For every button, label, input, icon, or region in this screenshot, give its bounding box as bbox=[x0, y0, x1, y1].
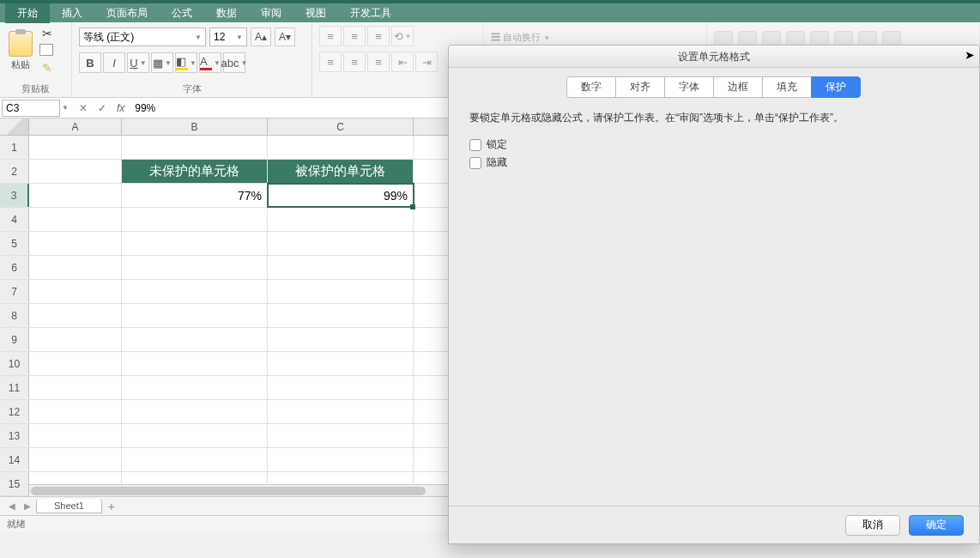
cell-a9[interactable] bbox=[29, 328, 122, 351]
cell-a7[interactable] bbox=[29, 280, 122, 303]
add-sheet-button[interactable]: + bbox=[104, 499, 119, 514]
row-header-4[interactable]: 4 bbox=[0, 208, 29, 231]
row-header-6[interactable]: 6 bbox=[0, 256, 29, 279]
row-header-8[interactable]: 8 bbox=[0, 304, 29, 327]
cell-a8[interactable] bbox=[29, 304, 122, 327]
cell-b5[interactable] bbox=[122, 232, 268, 255]
cell-a10[interactable] bbox=[29, 352, 122, 375]
align-top-button[interactable]: ≡ bbox=[319, 26, 342, 46]
fill-color-button[interactable]: ◧▼ bbox=[175, 52, 197, 73]
copy-button[interactable] bbox=[38, 43, 57, 58]
cell-c14[interactable] bbox=[268, 448, 414, 471]
align-middle-button[interactable]: ≡ bbox=[343, 26, 366, 46]
italic-button[interactable]: I bbox=[103, 52, 125, 73]
cell-c13[interactable] bbox=[268, 424, 414, 447]
border-button[interactable]: ▦▼ bbox=[151, 52, 173, 73]
cell-b8[interactable] bbox=[122, 304, 268, 327]
font-family-select[interactable]: 等线 (正文) ▼ bbox=[79, 27, 206, 46]
row-header-7[interactable]: 7 bbox=[0, 280, 29, 303]
decrease-indent-button[interactable]: ⇤ bbox=[391, 52, 414, 72]
align-right-button[interactable]: ≡ bbox=[367, 52, 390, 72]
hide-checkbox[interactable] bbox=[469, 157, 481, 169]
phonetic-button[interactable]: abc▼ bbox=[223, 52, 245, 73]
orientation-button[interactable]: ⟲▼ bbox=[391, 26, 414, 46]
dialog-tab-border[interactable]: 边框 bbox=[713, 76, 763, 98]
cancel-button[interactable]: 取消 bbox=[845, 515, 900, 536]
increase-indent-button[interactable]: ⇥ bbox=[415, 52, 438, 72]
cell-b3[interactable]: 77% bbox=[122, 184, 268, 207]
row-header-3[interactable]: 3 bbox=[0, 184, 29, 207]
dialog-tab-alignment[interactable]: 对齐 bbox=[615, 76, 665, 98]
row-header-14[interactable]: 14 bbox=[0, 448, 29, 471]
row-header-10[interactable]: 10 bbox=[0, 352, 29, 375]
menu-tab-review[interactable]: 审阅 bbox=[249, 3, 293, 23]
menu-tab-view[interactable]: 视图 bbox=[293, 3, 338, 23]
sheet-nav-prev[interactable]: ◀ bbox=[5, 500, 19, 513]
cell-a13[interactable] bbox=[29, 424, 122, 447]
name-box-dropdown[interactable]: ▼ bbox=[62, 104, 69, 112]
cell-c6[interactable] bbox=[268, 256, 414, 279]
dialog-tab-protection[interactable]: 保护 bbox=[811, 76, 861, 98]
cell-c1[interactable] bbox=[268, 136, 414, 159]
font-color-button[interactable]: A▼ bbox=[199, 52, 221, 73]
cell-a5[interactable] bbox=[29, 232, 122, 255]
row-header-12[interactable]: 12 bbox=[0, 400, 29, 423]
cell-b14[interactable] bbox=[122, 448, 268, 471]
cell-c12[interactable] bbox=[268, 400, 414, 423]
row-header-15[interactable]: 15 bbox=[0, 472, 29, 495]
row-header-1[interactable]: 1 bbox=[0, 136, 29, 159]
cell-b9[interactable] bbox=[122, 328, 268, 351]
font-size-select[interactable]: 12 ▼ bbox=[209, 27, 247, 46]
cell-a2[interactable] bbox=[29, 160, 122, 183]
menu-tab-layout[interactable]: 页面布局 bbox=[94, 3, 160, 23]
menu-tab-formulas[interactable]: 公式 bbox=[160, 3, 204, 23]
cell-a4[interactable] bbox=[29, 208, 122, 231]
cell-b6[interactable] bbox=[122, 256, 268, 279]
cell-c7[interactable] bbox=[268, 280, 414, 303]
cell-b1[interactable] bbox=[122, 136, 268, 159]
select-all-corner[interactable] bbox=[0, 118, 29, 135]
dialog-tab-fill[interactable]: 填充 bbox=[762, 76, 812, 98]
cell-b2[interactable]: 未保护的单元格 bbox=[122, 160, 268, 183]
lock-checkbox[interactable] bbox=[469, 139, 481, 151]
align-center-button[interactable]: ≡ bbox=[343, 52, 366, 72]
cell-a3[interactable] bbox=[29, 184, 122, 207]
dialog-tab-font[interactable]: 字体 bbox=[664, 76, 714, 98]
cell-c2[interactable]: 被保护的单元格 bbox=[268, 160, 414, 183]
format-painter-button[interactable]: ✎ bbox=[38, 60, 57, 76]
cell-b11[interactable] bbox=[122, 376, 268, 399]
cell-b13[interactable] bbox=[122, 424, 268, 447]
menu-tab-developer[interactable]: 开发工具 bbox=[338, 3, 403, 23]
cell-a6[interactable] bbox=[29, 256, 122, 279]
cell-c8[interactable] bbox=[268, 304, 414, 327]
name-box[interactable]: C3 bbox=[2, 100, 60, 117]
cell-c5[interactable] bbox=[268, 232, 414, 255]
cell-b10[interactable] bbox=[122, 352, 268, 375]
menu-tab-home[interactable]: 开始 bbox=[5, 3, 50, 23]
cell-a14[interactable] bbox=[29, 448, 122, 471]
row-header-9[interactable]: 9 bbox=[0, 328, 29, 351]
cell-c4[interactable] bbox=[268, 208, 414, 231]
cell-c3[interactable]: 99% bbox=[268, 184, 414, 207]
row-header-13[interactable]: 13 bbox=[0, 424, 29, 447]
sheet-tab-sheet1[interactable]: Sheet1 bbox=[36, 499, 102, 513]
align-bottom-button[interactable]: ≡ bbox=[367, 26, 390, 46]
column-header-b[interactable]: B bbox=[122, 118, 268, 135]
dialog-tab-number[interactable]: 数字 bbox=[566, 76, 616, 98]
ok-button[interactable]: 确定 bbox=[909, 515, 964, 536]
fx-label[interactable]: fx bbox=[117, 102, 124, 114]
cell-a1[interactable] bbox=[29, 136, 122, 159]
row-header-2[interactable]: 2 bbox=[0, 160, 29, 183]
cell-a11[interactable] bbox=[29, 376, 122, 399]
decrease-font-button[interactable]: A▾ bbox=[275, 27, 295, 46]
sheet-nav-next[interactable]: ▶ bbox=[21, 500, 34, 513]
cell-b12[interactable] bbox=[122, 400, 268, 423]
menu-tab-data[interactable]: 数据 bbox=[204, 3, 249, 23]
cut-button[interactable]: ✂ bbox=[38, 26, 57, 41]
cell-c11[interactable] bbox=[268, 376, 414, 399]
row-header-5[interactable]: 5 bbox=[0, 232, 29, 255]
cell-a12[interactable] bbox=[29, 400, 122, 423]
column-header-c[interactable]: C bbox=[268, 118, 414, 135]
row-header-11[interactable]: 11 bbox=[0, 376, 29, 399]
cell-b7[interactable] bbox=[122, 280, 268, 303]
